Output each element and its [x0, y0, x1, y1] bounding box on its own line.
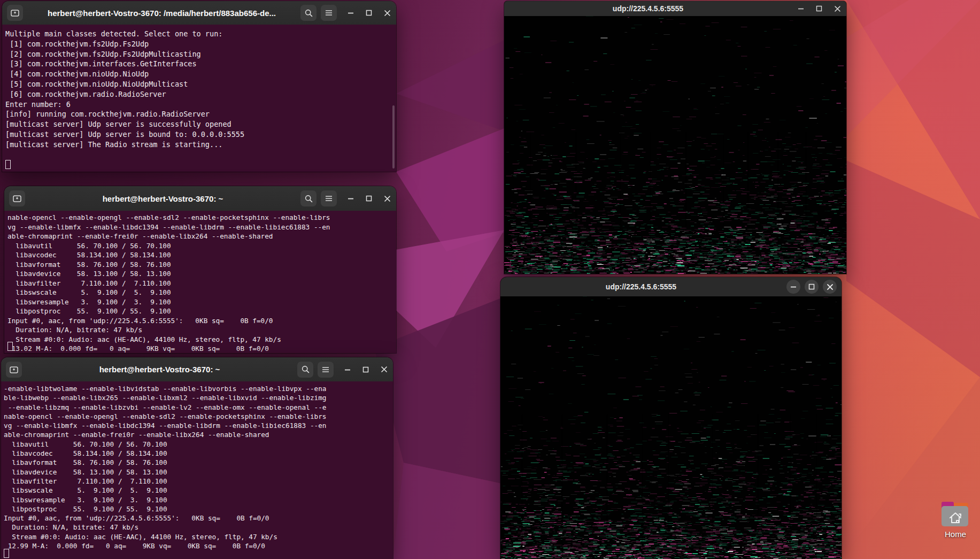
terminal-line: libavcodec 58.134.100 / 58.134.100	[4, 449, 393, 458]
terminal-line: [2] com.rockthejvm.fs2Udp.Fs2UdpMulticas…	[5, 49, 396, 59]
close-icon	[384, 195, 391, 202]
new-tab-button[interactable]	[6, 362, 22, 378]
close-icon	[381, 366, 388, 373]
terminal-line: libavdevice 58. 13.100 / 58. 13.100	[7, 269, 396, 279]
terminal-window-1: herbert@herbert-Vostro-3670: /media/herb…	[2, 1, 396, 172]
titlebar[interactable]: herbert@herbert-Vostro-3670: ~	[4, 186, 396, 211]
terminal-line: 12.99 M-A: 0.000 fd= 0 aq= 9KB vq= 0KB s…	[4, 541, 393, 550]
menu-button[interactable]	[321, 5, 337, 21]
terminal-line: libavcodec 58.134.100 / 58.134.100	[7, 250, 396, 260]
minimize-button[interactable]	[786, 280, 800, 294]
new-tab-icon	[10, 366, 18, 373]
terminal-line: libavformat 58. 76.100 / 58. 76.100	[4, 458, 393, 467]
terminal-line: Input #0, aac, from 'udp://225.4.5.6:555…	[4, 514, 393, 523]
video-stream-surface[interactable]	[500, 296, 842, 559]
terminal-line: [multicast server] The Radio stream is s…	[5, 140, 396, 150]
close-button[interactable]	[823, 280, 837, 294]
window-title: herbert@herbert-Vostro-3670: ~	[26, 365, 293, 374]
terminal-line: -enable-libtwolame --enable-libvidstab -…	[4, 384, 393, 393]
terminal-line: Stream #0:0: Audio: aac (HE-AAC), 44100 …	[7, 335, 396, 344]
terminal-scrollbar[interactable]	[392, 105, 395, 169]
terminal-line: libswscale 5. 9.100 / 5. 9.100	[7, 288, 396, 297]
close-button[interactable]	[380, 365, 388, 374]
close-button[interactable]	[383, 9, 391, 17]
maximize-button[interactable]	[365, 9, 373, 17]
close-button[interactable]	[833, 4, 842, 13]
new-tab-icon	[11, 9, 19, 17]
search-icon	[302, 365, 310, 373]
terminal-line: [6] com.rockthejvm.radio.RadioServer	[5, 89, 396, 99]
terminal-line: --enable-libzmq --enable-libzvbi --enabl…	[4, 403, 393, 412]
terminal-line: [1] com.rockthejvm.fs2Udp.Fs2Udp	[5, 39, 396, 49]
close-button[interactable]	[383, 194, 391, 203]
minimize-icon	[344, 369, 351, 371]
terminal-line: Input #0, aac, from 'udp://225.4.5.6:555…	[7, 316, 396, 326]
terminal-line: [5] com.rockthejvm.nioUdp.NioUdpMulticas…	[5, 79, 396, 89]
window-title: udp://225.4.5.6:5555	[509, 4, 787, 13]
new-tab-button[interactable]	[9, 190, 25, 206]
titlebar[interactable]: udp://225.4.5.6:5555	[500, 277, 842, 296]
terminal-output[interactable]: -enable-libtwolame --enable-libvidstab -…	[1, 381, 393, 559]
maximize-button[interactable]	[815, 4, 823, 13]
new-tab-button[interactable]	[7, 5, 23, 21]
terminal-line: libavfilter 7.110.100 / 7.110.100	[4, 477, 393, 486]
video-window-1: udp://225.4.5.6:5555	[504, 1, 846, 274]
terminal-line: libswresample 3. 9.100 / 3. 9.100	[4, 495, 393, 504]
terminal-line: 13.02 M-A: 0.000 fd= 0 aq= 9KB vq= 0KB s…	[7, 344, 396, 353]
terminal-line: vg --enable-libmfx --enable-libdc1394 --…	[7, 223, 396, 232]
terminal-line: [multicast server] Udp server is success…	[5, 119, 396, 129]
minimize-button[interactable]	[797, 4, 805, 13]
window-title: udp://225.4.5.6:5555	[505, 282, 777, 291]
titlebar[interactable]: herbert@herbert-Vostro-3670: /media/herb…	[2, 1, 396, 25]
video-stream-surface[interactable]	[504, 16, 846, 274]
minimize-button[interactable]	[346, 9, 355, 17]
search-button[interactable]	[300, 5, 317, 21]
minimize-button[interactable]	[346, 194, 355, 203]
terminal-line: able-chromaprint --enable-frei0r --enabl…	[4, 430, 393, 439]
terminal-line: nable-opencl --enable-opengl --enable-sd…	[7, 213, 396, 223]
terminal-cursor	[7, 342, 13, 351]
terminal-line: libavfilter 7.110.100 / 7.110.100	[7, 279, 396, 288]
terminal-line: libpostproc 55. 9.100 / 55. 9.100	[4, 504, 393, 514]
home-icon-label: Home	[945, 530, 966, 539]
terminal-line: libswscale 5. 9.100 / 5. 9.100	[4, 486, 393, 495]
terminal-output[interactable]: Multiple main classes detected. Select o…	[2, 25, 396, 172]
terminal-line: ble-libwebp --enable-libx265 --enable-li…	[4, 393, 393, 402]
minimize-icon	[348, 197, 354, 200]
window-title: herbert@herbert-Vostro-3670: /media/herb…	[27, 9, 296, 18]
maximize-icon	[816, 5, 822, 12]
close-icon	[834, 5, 841, 12]
minimize-icon	[348, 12, 354, 14]
terminal-line: Duration: N/A, bitrate: 47 kb/s	[4, 523, 393, 532]
terminal-line: Duration: N/A, bitrate: 47 kb/s	[7, 325, 396, 335]
terminal-line: [multicast server] Udp server is bound t…	[5, 129, 396, 140]
maximize-button[interactable]	[805, 280, 819, 294]
maximize-icon	[808, 284, 815, 290]
maximize-icon	[366, 10, 372, 16]
titlebar[interactable]: udp://225.4.5.6:5555	[504, 1, 846, 16]
maximize-button[interactable]	[365, 194, 373, 203]
menu-button[interactable]	[321, 190, 337, 206]
search-button[interactable]	[297, 362, 313, 378]
titlebar[interactable]: herbert@herbert-Vostro-3670: ~	[1, 357, 393, 381]
terminal-cursor	[5, 160, 11, 169]
terminal-line: libswresample 3. 9.100 / 3. 9.100	[7, 297, 396, 307]
terminal-line: libavutil 56. 70.100 / 56. 70.100	[7, 241, 396, 251]
desktop-home-icon[interactable]: Home	[936, 501, 975, 539]
search-button[interactable]	[300, 190, 317, 206]
terminal-line: Stream #0:0: Audio: aac (HE-AAC), 44100 …	[4, 532, 393, 541]
terminal-line: libavformat 58. 76.100 / 58. 76.100	[7, 260, 396, 270]
terminal-output[interactable]: nable-opencl --enable-opengl --enable-sd…	[4, 211, 396, 353]
menu-button[interactable]	[318, 362, 334, 378]
search-icon	[305, 195, 313, 203]
hamburger-menu-icon	[325, 195, 333, 202]
maximize-icon	[362, 366, 369, 373]
new-tab-icon	[13, 195, 21, 202]
hamburger-menu-icon	[322, 366, 329, 373]
terminal-line: libavutil 56. 70.100 / 56. 70.100	[4, 440, 393, 449]
minimize-button[interactable]	[343, 365, 352, 374]
minimize-icon	[798, 7, 804, 10]
maximize-button[interactable]	[361, 365, 370, 374]
terminal-line: Enter number: 6	[5, 99, 396, 110]
terminal-line: libavdevice 58. 13.100 / 58. 13.100	[4, 468, 393, 477]
